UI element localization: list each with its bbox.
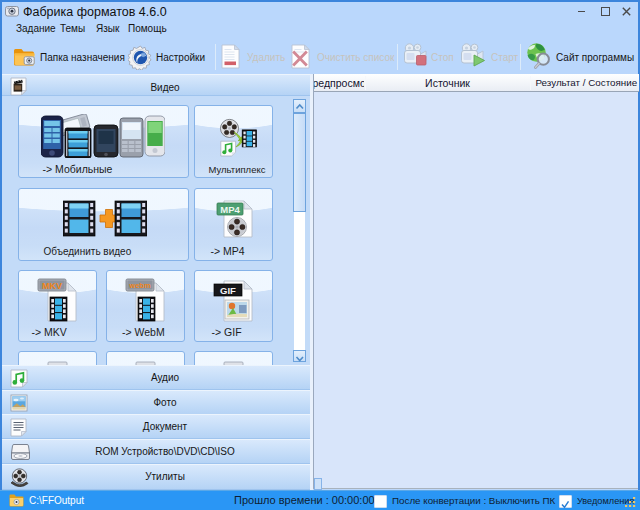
svg-text:MKV: MKV (42, 280, 62, 290)
svg-text:GIF: GIF (220, 284, 236, 295)
svg-text:MP4: MP4 (220, 204, 240, 215)
svg-text:webm: webm (128, 281, 151, 290)
